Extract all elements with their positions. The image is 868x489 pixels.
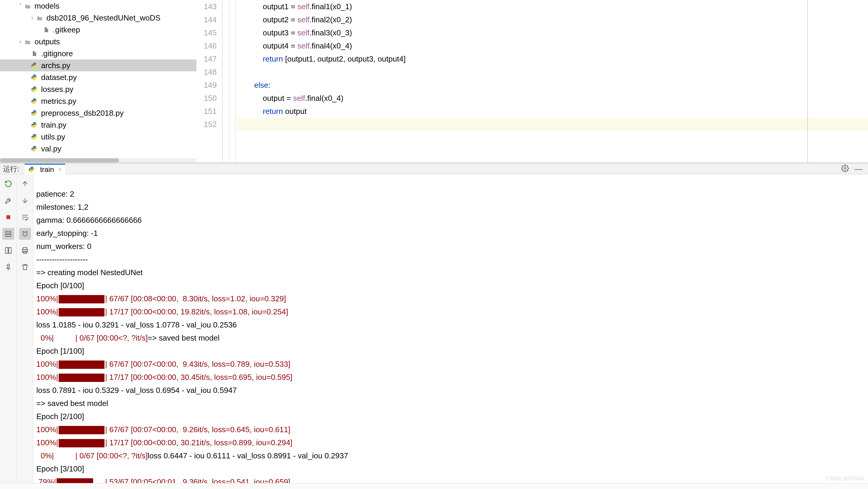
svg-point-18	[844, 167, 846, 169]
svg-point-0	[33, 63, 34, 64]
tree-file[interactable]: archs.py	[0, 60, 196, 71]
svg-rect-23	[9, 248, 11, 253]
tree-item-label: train.py	[41, 121, 66, 130]
soft-wrap-button[interactable]	[19, 211, 31, 223]
scroll-to-end-button[interactable]	[2, 228, 14, 240]
down-button[interactable]	[19, 195, 31, 206]
tree-folder[interactable]: ›outputs	[0, 36, 196, 47]
svg-rect-20	[6, 231, 11, 233]
tree-item-label: outputs	[34, 37, 60, 46]
tree-item-label: .gitkeep	[53, 25, 80, 34]
tree-file[interactable]: preprocess_dsb2018.py	[0, 107, 196, 119]
run-left-toolbar	[0, 174, 17, 483]
console-line: 0%| | 0/67 [00:00<?, ?it/s]loss 0.6447 -…	[36, 451, 348, 460]
svg-point-14	[33, 146, 34, 147]
edit-config-button[interactable]	[2, 195, 14, 206]
tree-item-label: preprocess_dsb2018.py	[41, 108, 124, 118]
svg-point-10	[33, 123, 34, 124]
svg-rect-22	[5, 248, 8, 253]
progress-line: 100%|| 17/17 [00:00<00:00, 30.45it/s, lo…	[36, 373, 292, 382]
python-icon	[30, 85, 38, 93]
tree-item-label: archs.py	[41, 61, 70, 70]
up-button[interactable]	[19, 178, 31, 190]
progress-bar-icon	[59, 308, 104, 317]
progress-line: 79%| | 53/67 [00:05<00:01, 9.36it/s, los…	[36, 478, 290, 483]
watermark: CSDN @VilSiha	[826, 476, 864, 482]
tree-item-label: val.py	[41, 144, 61, 154]
console-line: loss 1.0185 - iou 0.3291 - val_loss 1.07…	[36, 320, 237, 329]
console-line: Epoch [0/100]	[36, 281, 84, 290]
run-tab-train[interactable]: train ×	[25, 164, 65, 174]
tree-file[interactable]: train.py	[0, 119, 196, 131]
console-line: loss 0.7891 - iou 0.5329 - val_loss 0.69…	[36, 386, 237, 395]
print-button[interactable]	[19, 244, 31, 256]
svg-point-11	[35, 127, 35, 127]
python-icon	[30, 97, 38, 105]
tree-file[interactable]: losses.py	[0, 83, 196, 95]
console-line: Epoch [1/100]	[36, 347, 84, 355]
tree-h-scrollbar[interactable]	[0, 158, 196, 162]
chevron-icon[interactable]: ˅	[17, 3, 24, 9]
tree-file[interactable]: dataset.py	[0, 71, 196, 83]
gear-icon[interactable]	[841, 164, 849, 173]
tree-file[interactable]: .gitignore	[0, 47, 196, 60]
run-tool-window-header: 运行: train × —	[0, 164, 868, 174]
progress-line: 100%|| 17/17 [00:00<00:00, 30.21it/s, lo…	[36, 438, 292, 447]
svg-point-2	[33, 75, 34, 76]
python-icon	[30, 73, 38, 81]
tree-folder[interactable]: ›dsb2018_96_NestedUNet_woDS	[0, 12, 196, 24]
code-area[interactable]: output1 = self.final1(x0_1) output2 = se…	[236, 0, 868, 162]
chevron-icon[interactable]: ›	[17, 39, 24, 45]
progress-bar-icon	[59, 439, 104, 447]
tree-file[interactable]: val.py	[0, 143, 196, 155]
console-line: early_stopping: -1	[36, 229, 98, 238]
folder-icon	[24, 3, 32, 9]
python-icon	[30, 133, 38, 141]
tree-file[interactable]: utils.py	[0, 131, 196, 143]
trash-button[interactable]	[19, 261, 31, 273]
tree-item-label: .gitignore	[41, 49, 73, 58]
folder-icon	[24, 38, 32, 45]
run-tab-label: train	[40, 165, 54, 174]
tree-item-label: metrics.py	[41, 97, 76, 106]
rerun-button[interactable]	[2, 178, 14, 190]
console-output[interactable]: patience: 2 milestones: 1,2 gamma: 0.666…	[33, 174, 868, 483]
python-icon	[28, 166, 35, 173]
close-icon[interactable]: ×	[58, 166, 62, 173]
console-line: milestones: 1,2	[36, 202, 88, 211]
svg-point-8	[33, 111, 34, 111]
run-label: 运行:	[0, 164, 25, 174]
progress-bar-icon	[57, 478, 102, 483]
tree-item-label: dsb2018_96_NestedUNet_woDS	[46, 13, 160, 23]
fold-column[interactable]	[223, 0, 236, 162]
python-icon	[30, 109, 38, 117]
svg-point-12	[33, 135, 34, 135]
tree-file[interactable]: .gitkeep	[0, 24, 196, 36]
progress-bar-icon	[59, 360, 104, 369]
scroll-to-end-button-2[interactable]	[19, 228, 31, 240]
chevron-icon[interactable]: ›	[29, 15, 36, 21]
svg-rect-19	[6, 215, 10, 219]
console-line: patience: 2	[36, 190, 74, 198]
tree-item-label: utils.py	[41, 132, 65, 141]
tree-folder[interactable]: ˅models	[0, 0, 196, 12]
console-line: --------------------	[36, 255, 88, 264]
folder-icon	[36, 14, 43, 21]
run-left-toolbar-2	[17, 174, 33, 483]
layout-button[interactable]	[2, 244, 14, 256]
tree-file[interactable]: metrics.py	[0, 95, 196, 107]
svg-point-6	[33, 99, 34, 100]
code-editor[interactable]: 143144145146147148149150151152 output1 =…	[196, 0, 868, 162]
console-line: Epoch [2/100]	[36, 412, 84, 421]
minimize-icon[interactable]: —	[854, 164, 863, 174]
progress-line: 100%|| 67/67 [00:07<00:00, 9.43it/s, los…	[36, 360, 290, 368]
file-icon	[42, 26, 50, 34]
tree-item-label: dataset.py	[41, 73, 77, 82]
progress-line: 100%|| 67/67 [00:07<00:00, 9.26it/s, los…	[36, 425, 290, 434]
line-number-gutter: 143144145146147148149150151152	[196, 0, 223, 162]
pin-button[interactable]	[2, 261, 14, 273]
project-tree[interactable]: ˅models›dsb2018_96_NestedUNet_woDS.gitke…	[0, 0, 196, 162]
svg-point-3	[35, 79, 35, 80]
stop-button[interactable]	[2, 211, 14, 223]
console-line: gamma: 0.6666666666666666	[36, 216, 142, 225]
